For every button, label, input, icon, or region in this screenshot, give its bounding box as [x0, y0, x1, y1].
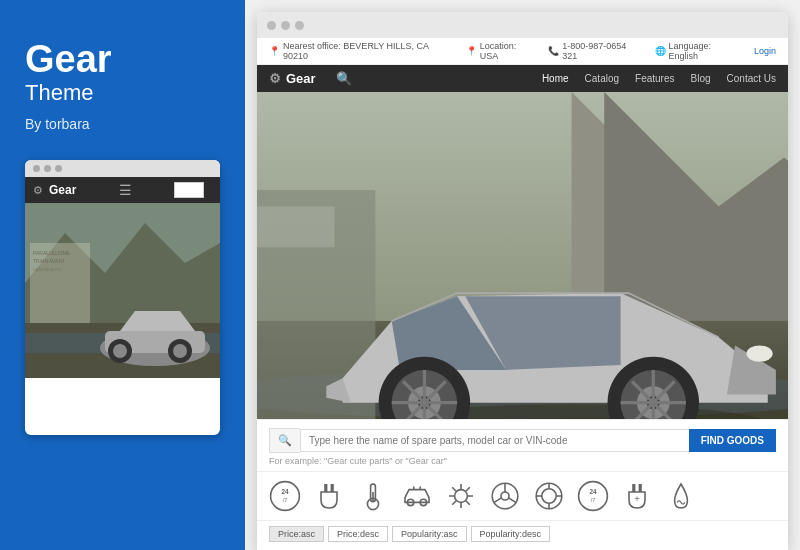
svg-point-61	[455, 490, 468, 503]
language-icon: 🌐	[655, 46, 666, 56]
svg-text:PARALLELISME: PARALLELISME	[33, 250, 71, 256]
office-icon: 📍	[269, 46, 280, 56]
nav-brand-label: Gear	[286, 71, 316, 86]
browser-chrome-bar	[257, 12, 788, 38]
icon-electric	[313, 480, 345, 512]
svg-text:/7: /7	[283, 497, 288, 503]
phone-icon: 📞	[548, 46, 559, 56]
svg-rect-52	[324, 484, 327, 492]
search-input[interactable]	[300, 429, 689, 452]
theme-title: Gear	[25, 40, 220, 78]
login-link[interactable]: Login	[754, 46, 776, 56]
icon-battery: +	[621, 480, 653, 512]
big-dot-2	[281, 21, 290, 30]
nav-link-catalog[interactable]: Catalog	[585, 73, 619, 84]
theme-author: By torbara	[25, 116, 220, 132]
svg-point-68	[542, 489, 556, 503]
svg-rect-77	[639, 484, 642, 492]
big-dot-3	[295, 21, 304, 30]
icon-tire	[533, 480, 565, 512]
mini-gear-icon: ⚙	[33, 184, 43, 197]
mini-menu-icon: ☰	[119, 182, 132, 198]
hero-svg: CENTRAUTO PARALLELISME TRAIN AVANT	[257, 92, 788, 419]
find-goods-button[interactable]: FIND GOODS	[689, 429, 776, 452]
icon-engine	[445, 480, 477, 512]
mini-dot-2	[44, 165, 51, 172]
big-dot-1	[267, 21, 276, 30]
svg-text:/7: /7	[591, 497, 596, 503]
icon-fluid	[665, 480, 697, 512]
svg-text:24: 24	[589, 488, 597, 495]
nav-link-blog[interactable]: Blog	[691, 73, 711, 84]
svg-point-32	[746, 345, 772, 361]
phone-info: 📞 1-800-987-0654 321	[548, 41, 642, 61]
svg-text:CENTRE AUTO: CENTRE AUTO	[33, 267, 61, 272]
svg-line-65	[494, 498, 502, 503]
icon-temperature	[357, 480, 389, 512]
icon-24-7-2: 24/7	[577, 480, 609, 512]
language-info: 🌐 Language: English	[655, 41, 742, 61]
svg-point-63	[501, 492, 509, 500]
search-example: For example: "Gear cute parts" or "Gear …	[269, 456, 776, 466]
icons-row: 24/7	[257, 471, 788, 520]
search-icon-wrap: 🔍	[269, 428, 300, 453]
hero-image: CENTRAUTO PARALLELISME TRAIN AVANT	[257, 92, 788, 419]
utility-bar: 📍 Nearest office: BEVERLY HILLS, CA 9021…	[257, 38, 788, 65]
mini-nav-title: Gear	[49, 183, 76, 197]
svg-line-66	[508, 498, 516, 503]
right-panel: 📍 Nearest office: BEVERLY HILLS, CA 9021…	[245, 0, 800, 550]
big-browser: 📍 Nearest office: BEVERLY HILLS, CA 9021…	[257, 12, 788, 550]
nav-gear-icon: ⚙	[269, 71, 281, 86]
mini-hero-svg: PARALLELISME TRAIN AVANT CENTRE AUTO	[25, 203, 220, 378]
icon-24-7: 24/7	[269, 480, 301, 512]
mini-browser-preview: ⚙ Gear ☰	[25, 160, 220, 435]
svg-rect-76	[632, 484, 635, 492]
search-icon: 🔍	[278, 434, 292, 446]
svg-rect-53	[331, 484, 334, 492]
mini-search-bar	[174, 182, 204, 198]
main-nav: ⚙ Gear 🔍 Home Catalog Features Blog Cont…	[257, 65, 788, 92]
nav-link-home[interactable]: Home	[542, 73, 569, 84]
filter-price-asc[interactable]: Price:asc	[269, 526, 324, 542]
nav-link-features[interactable]: Features	[635, 73, 674, 84]
mini-hero-image: PARALLELISME TRAIN AVANT CENTRE AUTO	[25, 203, 220, 378]
mini-dot-1	[33, 165, 40, 172]
mini-browser-bar	[25, 160, 220, 177]
nav-search-button[interactable]: 🔍	[336, 71, 352, 86]
mini-dot-3	[55, 165, 62, 172]
search-section: 🔍 FIND GOODS For example: "Gear cute par…	[257, 419, 788, 471]
theme-subtitle: Theme	[25, 80, 220, 106]
svg-text:+: +	[634, 493, 640, 504]
mini-nav-bar: ⚙ Gear ☰	[25, 177, 220, 203]
location-icon: 📍	[466, 46, 477, 56]
office-info: 📍 Nearest office: BEVERLY HILLS, CA 9021…	[269, 41, 454, 61]
filter-popularity-asc[interactable]: Popularity:asc	[392, 526, 467, 542]
filter-row: Price:asc Price:desc Popularity:asc Popu…	[257, 520, 788, 550]
filter-popularity-desc[interactable]: Popularity:desc	[471, 526, 551, 542]
location-info: 📍 Location: USA	[466, 41, 537, 61]
svg-text:24: 24	[281, 488, 289, 495]
search-row: 🔍 FIND GOODS	[269, 428, 776, 453]
icon-steering-wheel	[489, 480, 521, 512]
icon-car-repair	[401, 480, 433, 512]
svg-text:TRAIN AVANT: TRAIN AVANT	[33, 258, 65, 264]
nav-links: Home Catalog Features Blog Contact Us	[542, 73, 776, 84]
svg-point-8	[113, 344, 127, 358]
svg-rect-21	[257, 206, 334, 247]
filter-price-desc[interactable]: Price:desc	[328, 526, 388, 542]
nav-brand: ⚙ Gear	[269, 71, 316, 86]
left-panel: Gear Theme By torbara ⚙ Gear ☰	[0, 0, 245, 550]
nav-link-contact[interactable]: Contact Us	[727, 73, 776, 84]
svg-point-10	[173, 344, 187, 358]
